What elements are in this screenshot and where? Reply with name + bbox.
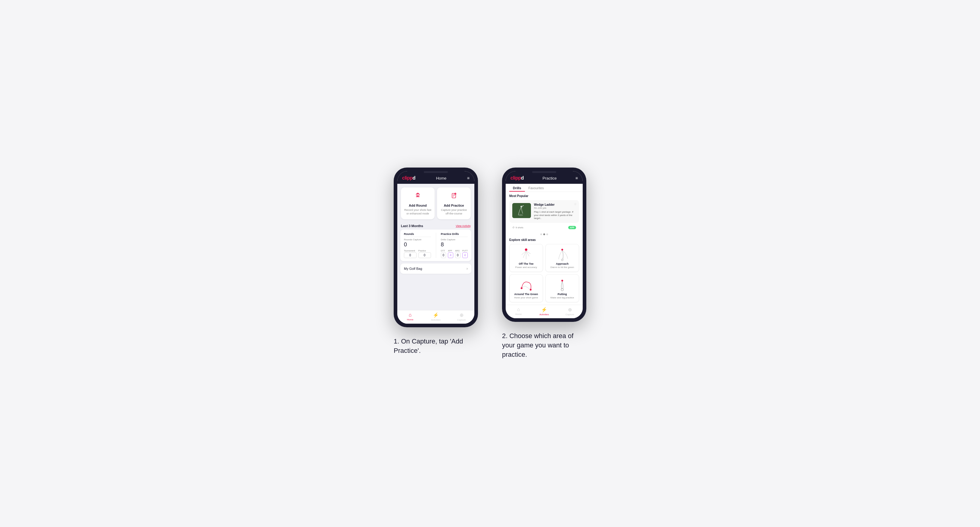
phone1-section: clippd Home ≡ [394, 168, 478, 356]
ott-stat: OTT 0 [441, 250, 446, 258]
page-container: clippd Home ≡ [309, 168, 671, 359]
drill-info: Wedge Ladder 50–100 yds Play 1 shot at e… [534, 203, 576, 220]
add-practice-card[interactable]: Add Practice Capture your practice off-t… [437, 187, 471, 219]
off-the-tee-desc: Power and accuracy [515, 266, 537, 268]
off-the-tee-visual [517, 247, 535, 262]
activities-icon-1: ⚡ [433, 312, 439, 318]
my-bag-text: My Golf Bag [404, 267, 422, 270]
nav-capture-1[interactable]: ⊕ Capture [449, 312, 474, 321]
putting-visual [553, 278, 571, 293]
phone2-frame: clippd Practice ≡ Drills Favourites Most… [502, 168, 586, 322]
phone1-frame: clippd Home ≡ [394, 168, 478, 327]
phone2-header-title: Practice [542, 176, 557, 181]
hamburger-icon-1[interactable]: ≡ [467, 176, 469, 181]
logo2-white: d [521, 175, 524, 181]
drills-title: Practice Drills [441, 233, 468, 237]
off-the-tee-name: Off The Tee [519, 262, 534, 265]
drills-capture-value: 8 [441, 241, 468, 248]
nav-home-label-1: Home [407, 318, 413, 321]
approach-name: Approach [556, 262, 568, 265]
add-practice-subtitle: Capture your practice off-the-course [440, 208, 468, 215]
putting-name: Putting [558, 293, 567, 296]
around-the-green-visual [517, 278, 535, 293]
last-months-header: Last 3 Months View Activity [397, 222, 474, 230]
approach-visual [553, 247, 571, 262]
logo2-red: clipp [511, 175, 521, 181]
add-practice-icon [450, 192, 458, 202]
add-round-card[interactable]: Add Round Record your shots fast or enha… [401, 187, 434, 219]
drill-footer: ⏱ 9 shots APP [509, 225, 579, 231]
add-round-icon [414, 192, 422, 202]
favourite-star[interactable]: ☆ [574, 202, 577, 206]
nav-activities-1[interactable]: ⚡ Activities [423, 312, 449, 321]
practice-content: Drills Favourites Most Popular [506, 184, 583, 305]
capture-icon-1: ⊕ [460, 312, 463, 318]
most-popular-section: Most Popular [506, 192, 583, 232]
tournament-stat: Tournament 0 [404, 250, 417, 258]
nav-capture-label-2: Capture [566, 313, 574, 316]
wedge-ladder-card[interactable]: Wedge Ladder 50–100 yds Play 1 shot at e… [509, 200, 579, 223]
app-label: APP [448, 250, 453, 252]
drill-yardage: 50–100 yds [534, 206, 576, 210]
phone2-bottom-nav: ⌂ Home ⚡ Activities ⊕ Capture [506, 305, 583, 318]
phone1-notch [424, 171, 448, 173]
dot-3 [546, 233, 548, 235]
putt-label: PUTT [462, 250, 468, 252]
nav-home-label-2: Home [515, 313, 522, 316]
approach-desc: Dial-in to hit the green [550, 266, 574, 268]
phone2-notch [532, 171, 556, 173]
ott-value: 0 [441, 252, 446, 258]
skill-off-the-tee[interactable]: Off The Tee Power and accuracy [509, 244, 543, 272]
tabs-row: Drills Favourites [506, 184, 583, 192]
dot-2 [543, 233, 545, 235]
app-badge: APP [568, 226, 576, 229]
favourites-tab[interactable]: Favourites [525, 184, 547, 192]
practice-label: Practice [418, 250, 431, 252]
putt-value: 4 [462, 252, 468, 258]
stats-container: Rounds Rounds Capture 0 Tournament 0 [400, 230, 471, 261]
nav-activities-2[interactable]: ⚡ Activities [531, 307, 557, 316]
phone2-screen: clippd Practice ≡ Drills Favourites Most… [506, 171, 583, 318]
golf-silhouette [512, 203, 531, 218]
app-value: 4 [448, 252, 453, 258]
app-stat: APP 4 [448, 250, 453, 258]
around-the-green-name: Around The Green [514, 293, 538, 296]
putting-desc: Make and lag practice [550, 296, 574, 299]
hamburger-icon-2[interactable]: ≡ [576, 176, 578, 181]
dot-1 [540, 233, 542, 235]
stats-row: Rounds Rounds Capture 0 Tournament 0 [404, 233, 468, 258]
phone1-bottom-nav: ⌂ Home ⚡ Activities ⊕ Capture [397, 310, 474, 324]
practice-value: 0 [418, 252, 431, 258]
logo-white-part: d [413, 175, 415, 181]
add-practice-title: Add Practice [444, 204, 464, 207]
arg-label: ARG [455, 250, 460, 252]
pagination-dots [506, 232, 583, 237]
clock-icon: ⏱ [512, 226, 515, 229]
view-activity-link[interactable]: View Activity [456, 224, 471, 227]
my-golf-bag-row[interactable]: My Golf Bag › [400, 264, 471, 274]
my-bag-chevron: › [466, 267, 468, 271]
around-the-green-desc: Hone your short game [514, 296, 538, 299]
tournament-label: Tournament [404, 250, 417, 252]
svg-line-8 [523, 251, 526, 258]
ott-label: OTT [441, 250, 446, 252]
nav-activities-label-2: Activities [539, 313, 549, 316]
rounds-capture-value: 0 [404, 241, 431, 248]
skill-around-the-green[interactable]: Around The Green Hone your short game [509, 274, 543, 302]
skill-putting[interactable]: Putting Make and lag practice [546, 274, 579, 302]
nav-capture-2[interactable]: ⊕ Capture [557, 307, 583, 316]
drills-tab[interactable]: Drills [509, 184, 525, 192]
putt-stat: PUTT 4 [462, 250, 468, 258]
capture-icon-2: ⊕ [568, 307, 572, 313]
nav-home-1[interactable]: ⌂ Home [397, 312, 423, 321]
nav-activities-label-1: Activities [431, 319, 441, 321]
rounds-capture-label: Rounds Capture [404, 238, 431, 241]
rounds-stats: Rounds Rounds Capture 0 Tournament 0 [404, 233, 431, 258]
add-round-title: Add Round [409, 204, 426, 207]
drill-thumbnail [512, 203, 531, 218]
svg-point-14 [562, 259, 563, 261]
skill-approach[interactable]: Approach Dial-in to hit the green [546, 244, 579, 272]
nav-home-2[interactable]: ⌂ Home [506, 307, 531, 316]
most-popular-label: Most Popular [509, 194, 579, 198]
drills-stats: Practice Drills Drills Capture 8 OTT 0 [441, 233, 468, 258]
